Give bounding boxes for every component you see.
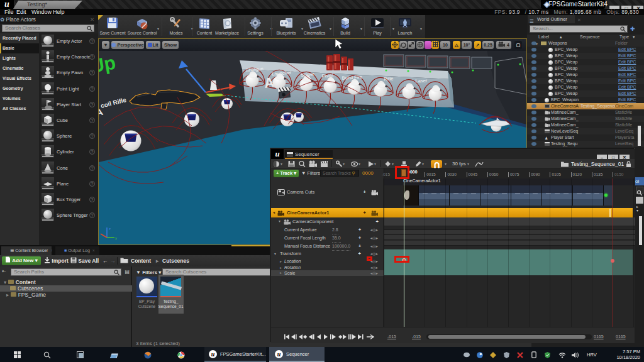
svg-text:Burst Fire: Burst Fire <box>341 74 362 81</box>
svg-text:z: z <box>109 227 111 231</box>
svg-text:Pistol: Pistol <box>321 72 333 79</box>
svg-text:Rifle: Rifle <box>384 76 393 82</box>
svg-text:y: y <box>115 236 117 240</box>
svg-text:Laser: Laser <box>415 78 428 84</box>
svg-text:Sniper: Sniper <box>301 71 315 78</box>
